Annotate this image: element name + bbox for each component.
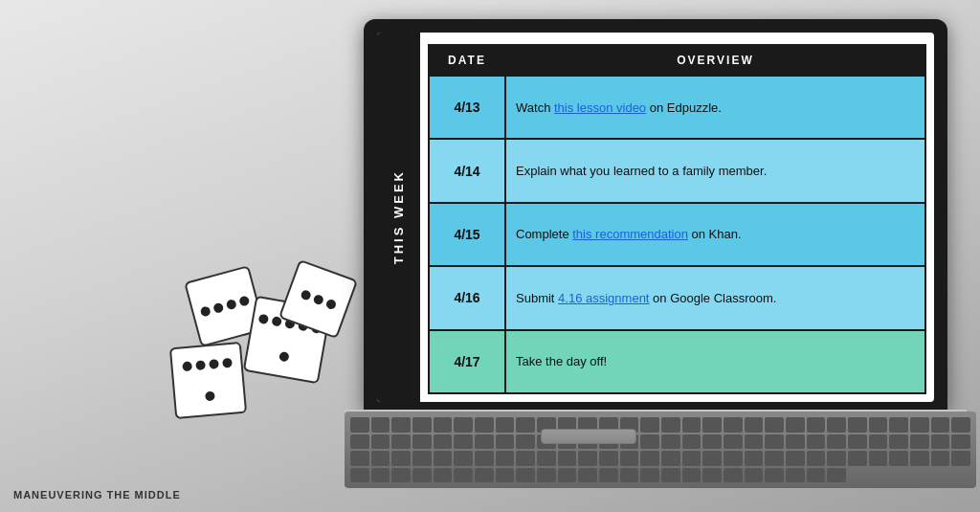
date-cell: 4/13 xyxy=(429,76,505,139)
overview-cell: Complete this recommendation on Khan. xyxy=(505,203,925,266)
overview-text-after: on Khan. xyxy=(688,227,742,241)
brand-label: MANEUVERING THE MIDDLE xyxy=(13,489,181,501)
overview-cell: Take the day off! xyxy=(505,330,925,393)
table-area: DATE OVERVIEW 4/13 Watch this lesson vid… xyxy=(420,33,934,402)
table-row: 4/16 Submit 4.16 assignment on Google Cl… xyxy=(429,266,925,329)
date-cell: 4/17 xyxy=(429,330,505,393)
keyboard xyxy=(345,412,976,488)
overview-header: OVERVIEW xyxy=(505,45,925,76)
overview-cell: Explain what you learned to a family mem… xyxy=(505,139,925,202)
overview-text-after: on Edpuzzle. xyxy=(646,100,722,115)
overview-text: Submit xyxy=(516,291,558,305)
screen-content: THIS WEEK DATE OVERVIEW xyxy=(377,33,934,402)
side-label-bar: THIS WEEK xyxy=(377,33,420,402)
screen: THIS WEEK DATE OVERVIEW xyxy=(377,33,934,402)
table-row: 4/17 Take the day off! xyxy=(429,330,925,393)
khan-link[interactable]: this recommendation xyxy=(572,227,688,241)
overview-text: Watch xyxy=(516,100,554,115)
overview-text: Take the day off! xyxy=(516,354,607,368)
table-row: 4/15 Complete this recommendation on Kha… xyxy=(429,203,925,266)
date-cell: 4/14 xyxy=(429,139,505,202)
overview-text: Complete xyxy=(516,227,572,241)
date-cell: 4/15 xyxy=(429,203,505,266)
screen-frame: THIS WEEK DATE OVERVIEW xyxy=(364,19,947,412)
this-week-label: THIS WEEK xyxy=(391,169,406,264)
laptop: THIS WEEK DATE OVERVIEW xyxy=(364,19,957,459)
table-row: 4/14 Explain what you learned to a famil… xyxy=(429,139,925,202)
overview-text: Explain what you learned to a family mem… xyxy=(516,164,767,178)
table-row: 4/13 Watch this lesson video on Edpuzzle… xyxy=(429,76,925,139)
date-cell: 4/16 xyxy=(429,266,505,329)
classroom-link[interactable]: 4.16 assignment xyxy=(558,291,649,305)
overview-text-after: on Google Classroom. xyxy=(649,291,776,305)
overview-cell: Watch this lesson video on Edpuzzle. xyxy=(505,76,925,139)
dice-decoration xyxy=(144,244,335,455)
die-3 xyxy=(169,342,247,419)
trackpad xyxy=(541,429,636,444)
date-header: DATE xyxy=(429,45,505,76)
schedule-table: DATE OVERVIEW 4/13 Watch this lesson vid… xyxy=(428,44,926,394)
edpuzzle-link[interactable]: this lesson video xyxy=(554,100,646,115)
overview-cell: Submit 4.16 assignment on Google Classro… xyxy=(505,266,925,329)
